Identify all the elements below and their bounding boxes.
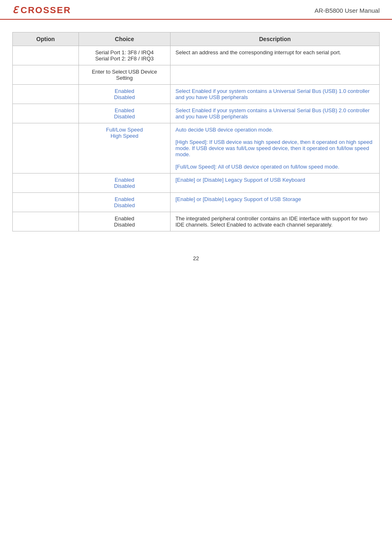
desc-cell: Auto decide USB device operation mode. […	[170, 123, 379, 173]
table-row: EnabledDisabled The integrated periphera…	[13, 212, 380, 231]
choice-cell: EnabledDisabled	[78, 212, 170, 231]
table-row: EnabledDisabled Select Enabled if your s…	[13, 85, 380, 104]
col-header-option: Option	[13, 32, 79, 46]
desc-cell: Select an address and the corresponding …	[170, 46, 379, 65]
desc-cell	[170, 65, 379, 85]
choice-cell: EnabledDisabled	[78, 85, 170, 104]
option-cell	[13, 85, 79, 104]
main-content: Option Choice Description Serial Port 1:…	[0, 20, 392, 248]
table-row: EnabledDisabled [Enable] or [Disable] Le…	[13, 173, 380, 193]
desc-cell: [Enable] or [Disable] Legacy Support of …	[170, 193, 379, 212]
choice-cell: EnabledDisabled	[78, 104, 170, 123]
choice-cell: EnabledDisabled	[78, 193, 170, 212]
logo-area: Ɛ CROSSER	[12, 5, 71, 16]
table-row: Enter to Select USB Device Setting	[13, 65, 380, 85]
option-cell	[13, 46, 79, 65]
option-cell	[13, 193, 79, 212]
desc-cell: The integrated peripheral controller con…	[170, 212, 379, 231]
header-title: AR-B5800 User Manual	[315, 7, 380, 14]
desc-cell: [Enable] or [Disable] Legacy Support of …	[170, 173, 379, 193]
page-footer: 22	[0, 248, 392, 266]
logo-icon: Ɛ	[12, 5, 18, 16]
options-table: Option Choice Description Serial Port 1:…	[12, 32, 380, 231]
table-row: Serial Port 1: 3F8 / IRQ4Serial Port 2: …	[13, 46, 380, 65]
table-header-row: Option Choice Description	[13, 32, 380, 46]
option-cell	[13, 173, 79, 193]
option-cell	[13, 212, 79, 231]
desc-cell: Select Enabled if your system contains a…	[170, 85, 379, 104]
choice-cell: EnabledDisabled	[78, 173, 170, 193]
desc-cell: Select Enabled if your system contains a…	[170, 104, 379, 123]
option-cell	[13, 104, 79, 123]
logo-text: CROSSER	[21, 5, 71, 16]
choice-cell: Full/Low SpeedHigh Speed	[78, 123, 170, 173]
page-number: 22	[193, 255, 199, 261]
table-row: Full/Low SpeedHigh Speed Auto decide USB…	[13, 123, 380, 173]
option-cell	[13, 65, 79, 85]
table-row: EnabledDisabled Select Enabled if your s…	[13, 104, 380, 123]
choice-cell: Enter to Select USB Device Setting	[78, 65, 170, 85]
col-header-description: Description	[170, 32, 379, 46]
choice-cell: Serial Port 1: 3F8 / IRQ4Serial Port 2: …	[78, 46, 170, 65]
option-cell	[13, 123, 79, 173]
page-header: Ɛ CROSSER AR-B5800 User Manual	[0, 0, 392, 20]
col-header-choice: Choice	[78, 32, 170, 46]
table-row: EnabledDisabled [Enable] or [Disable] Le…	[13, 193, 380, 212]
